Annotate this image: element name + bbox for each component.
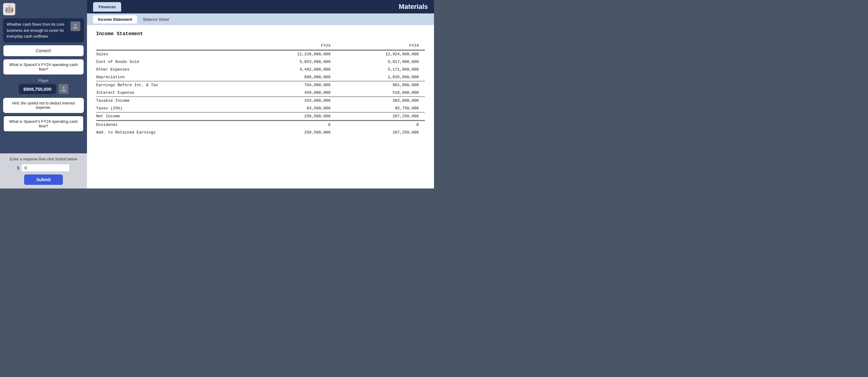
player-amount-row: $908,750,000 <box>19 84 69 94</box>
row-fy24: 518,000,000 <box>337 89 425 97</box>
row-label: Net Income <box>96 112 248 121</box>
table-row: Add. to Retained Earnings250,500,000287,… <box>96 128 425 136</box>
row-label: Taxes (25%) <box>96 105 248 112</box>
row-fy24: 901,000,000 <box>337 81 425 89</box>
avatar-top: 🤖 <box>3 3 15 15</box>
table-row: Other Expenses4,492,000,0005,171,000,000 <box>96 66 425 73</box>
table-row: Dividends00 <box>96 121 425 129</box>
table-row: Net Income250,500,000287,250,000 <box>96 112 425 121</box>
tab-finances[interactable]: Finances <box>93 2 121 11</box>
table-row: Cost of Goods Sold5,053,000,0005,817,000… <box>96 58 425 66</box>
question-box-1: What is SpaceX's FY24 operating cash flo… <box>3 59 84 75</box>
message-text: Whether cash flows from its core busines… <box>7 21 68 39</box>
left-panel: 🤖 Whether cash flows from its core busin… <box>0 0 87 188</box>
table-row: Earnings Before Int. & Tax784,000,000901… <box>96 81 425 89</box>
sub-tabs: Income Statement Balance Sheet <box>87 13 434 25</box>
col-fy23: FY23 <box>248 41 337 50</box>
table-row: Sales11,228,000,00012,924,000,000 <box>96 50 425 58</box>
table-container: Income Statement FY23 FY24 Sales11,228,0… <box>87 25 434 188</box>
chat-area: Whether cash flows from its core busines… <box>0 0 87 135</box>
hint-box: Hint: Be careful not to deduct interest … <box>3 98 84 113</box>
row-fy24: 12,924,000,000 <box>337 50 425 58</box>
table-row: Depreciation899,000,0001,035,000,000 <box>96 73 425 81</box>
question-text-1: What is SpaceX's FY24 operating cash flo… <box>9 62 78 71</box>
row-label: Dividends <box>96 121 248 129</box>
row-label: Other Expenses <box>96 66 248 73</box>
avatar-inline <box>70 21 80 31</box>
row-label: Sales <box>96 50 248 58</box>
row-fy23: 83,500,000 <box>248 105 337 112</box>
row-fy23: 899,000,000 <box>248 73 337 81</box>
row-fy24: 5,817,000,000 <box>337 58 425 66</box>
row-fy23: 5,053,000,000 <box>248 58 337 66</box>
player-avatar <box>59 84 68 94</box>
row-fy23: 784,000,000 <box>248 81 337 89</box>
materials-title: Materials <box>399 3 428 11</box>
row-label: Earnings Before Int. & Tax <box>96 81 248 89</box>
player-section: Player $908,750,000 <box>3 79 84 94</box>
player-amount: $908,750,000 <box>19 84 57 94</box>
user-icon <box>72 23 79 29</box>
col-fy24: FY24 <box>337 41 425 50</box>
row-fy24: 5,171,000,000 <box>337 66 425 73</box>
amount-input[interactable] <box>21 164 70 172</box>
player-label: Player <box>38 79 49 83</box>
row-fy23: 450,000,000 <box>248 89 337 97</box>
table-row: Taxes (25%)83,500,00095,750,000 <box>96 105 425 112</box>
correct-label: Correct! <box>36 48 51 53</box>
row-fy23: 334,000,000 <box>248 97 337 105</box>
dollar-sign: $ <box>17 166 20 171</box>
hint-text: Hint: Be careful not to deduct interest … <box>12 101 75 110</box>
row-label: Taxable Income <box>96 97 248 105</box>
income-statement-table: FY23 FY24 Sales11,228,000,00012,924,000,… <box>96 41 425 136</box>
row-label: Add. to Retained Earnings <box>96 128 248 136</box>
table-row: Taxable Income334,000,000383,000,000 <box>96 97 425 105</box>
col-label <box>96 41 248 50</box>
row-fy24: 0 <box>337 121 425 129</box>
player-user-icon <box>60 86 66 92</box>
row-fy24: 287,250,000 <box>337 128 425 136</box>
row-fy24: 1,035,000,000 <box>337 73 425 81</box>
correct-box: Correct! <box>3 45 84 57</box>
row-label: Interest Expense <box>96 89 248 97</box>
row-fy23: 11,228,000,000 <box>248 50 337 58</box>
input-label: Enter a response then click Submit below <box>10 157 77 161</box>
tab-balance-sheet[interactable]: Balance Sheet <box>138 15 174 24</box>
tab-income-statement[interactable]: Income Statement <box>93 15 137 24</box>
row-label: Cost of Goods Sold <box>96 58 248 66</box>
row-fy23: 4,492,000,000 <box>248 66 337 73</box>
question-box-2: What is SpaceX's FY24 operating cash flo… <box>3 115 84 132</box>
row-label: Depreciation <box>96 73 248 81</box>
submit-button[interactable]: Submit <box>24 174 63 185</box>
input-area: Enter a response then click Submit below… <box>0 153 87 188</box>
row-fy24: 287,250,000 <box>337 112 425 121</box>
right-panel: Finances Materials Income Statement Bala… <box>87 0 434 188</box>
message-bubble: Whether cash flows from its core busines… <box>3 18 84 42</box>
row-fy24: 95,750,000 <box>337 105 425 112</box>
row-fy23: 250,500,000 <box>248 128 337 136</box>
row-fy23: 0 <box>248 121 337 129</box>
table-row: Interest Expense450,000,000518,000,000 <box>96 89 425 97</box>
question-text-2: What is SpaceX's FY24 operating cash flo… <box>9 119 78 128</box>
top-bar: Finances Materials <box>87 0 434 13</box>
row-fy23: 250,500,000 <box>248 112 337 121</box>
row-fy24: 383,000,000 <box>337 97 425 105</box>
table-title: Income Statement <box>96 31 425 37</box>
input-row: $ <box>17 164 70 172</box>
